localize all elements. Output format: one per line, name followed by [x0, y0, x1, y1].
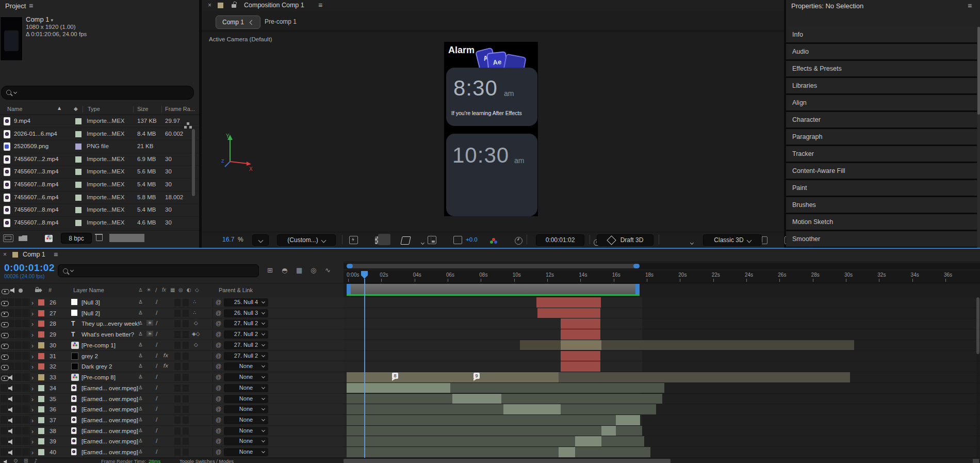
av-cell[interactable] [22, 320, 29, 327]
av-cell[interactable] [15, 405, 22, 413]
layer-audio-toggle[interactable] [8, 386, 14, 393]
layer-label-swatch[interactable] [38, 417, 44, 423]
layer-graph-row[interactable] [344, 351, 980, 362]
switch-cell[interactable] [183, 385, 189, 392]
layer-row[interactable]: ›30[Pre-comp 1]♙∕◇@27. Null 2 [0, 340, 344, 351]
project-file-row[interactable]: 7455607...2.mp4Importe...MEX6.9 MB30 [0, 153, 199, 166]
shy-switch[interactable]: ♙ [138, 385, 143, 390]
parent-pick-whip[interactable]: @ [216, 406, 221, 412]
layer-label-swatch[interactable] [38, 406, 44, 412]
sort-ascending-icon[interactable]: ▲ [58, 106, 61, 110]
project-panel-viewer-icon[interactable] [3, 234, 13, 242]
properties-menu-icon[interactable]: ≡ [968, 2, 972, 10]
layer-audio-toggle[interactable] [8, 418, 14, 425]
parent-pick-whip[interactable]: @ [216, 299, 221, 305]
layer-duration-bar[interactable] [561, 361, 600, 372]
column-type[interactable]: Type [88, 106, 100, 112]
layer-duration-bar[interactable] [347, 404, 656, 414]
layer-duration-bar[interactable] [561, 329, 600, 340]
av-cell[interactable] [15, 395, 22, 403]
layer-label-swatch[interactable] [38, 363, 44, 370]
layer-duration-bar[interactable] [347, 447, 650, 457]
flowchart-icon[interactable]: ⊞ [24, 458, 28, 463]
active-camera-label[interactable]: Active Camera (Default) [209, 36, 272, 42]
shy-switch[interactable]: ♙ [138, 331, 143, 337]
layer-eye-toggle[interactable] [1, 343, 9, 350]
project-file-row[interactable]: 7455607...8.mp4Importe...MEX5.4 MB30 [0, 204, 199, 217]
project-file-row[interactable]: 7455607...3.mp4Importe...MEX5.6 MB30 [0, 166, 199, 179]
fx-switch[interactable]: fx [163, 363, 168, 369]
layer-duration-bar[interactable] [347, 394, 662, 404]
3d-layer-switch[interactable]: ◇ [194, 320, 198, 326]
layer-eye-toggle[interactable] [1, 332, 9, 340]
av-cell[interactable] [22, 309, 29, 317]
layer-expand-arrow[interactable]: › [31, 299, 34, 307]
layer-label-swatch[interactable] [38, 428, 44, 434]
parent-pick-whip[interactable]: @ [216, 342, 221, 348]
project-comp-name[interactable]: Comp 1 ▾ [26, 15, 53, 23]
layer-expand-arrow[interactable]: › [31, 449, 34, 456]
av-cell[interactable] [15, 362, 22, 370]
work-area-end-handle[interactable] [635, 284, 640, 294]
quality-switch[interactable]: ∕ [156, 427, 157, 433]
layer-row[interactable]: ›38[Earned... over.mpeg]♙∕@None [0, 426, 344, 437]
parent-link-dropdown[interactable]: None [224, 416, 268, 424]
work-area-bar[interactable] [347, 284, 640, 294]
new-folder-icon[interactable] [19, 235, 27, 241]
av-cell[interactable] [22, 341, 29, 349]
column-frame-rate[interactable]: Frame Ra... [165, 106, 195, 112]
3d-layer-switch[interactable]: ◈◇ [192, 331, 200, 337]
av-cell[interactable] [22, 437, 29, 445]
zoom-dropdown[interactable] [252, 234, 269, 246]
roi-button-active[interactable] [378, 234, 390, 245]
quality-switch[interactable]: ∕ [156, 331, 157, 337]
quality-switch[interactable]: ∕ [156, 385, 157, 390]
parent-pick-whip[interactable]: @ [216, 310, 221, 316]
layer-expand-arrow[interactable]: › [31, 406, 34, 413]
project-file-row[interactable]: 7455607...6.mp4Importe...MEX5.8 MB18.002 [0, 191, 199, 204]
parent-link-dropdown[interactable]: 27. Null 2 [224, 352, 268, 360]
switch-cell[interactable] [174, 385, 181, 392]
av-cell[interactable] [15, 384, 22, 392]
work-area-start-handle[interactable] [347, 284, 351, 294]
timeline-timecode[interactable]: 0:00:01:02 [4, 262, 55, 274]
layer-label-swatch[interactable] [38, 310, 44, 316]
quality-switch[interactable]: ∕ [156, 310, 157, 315]
timeline-nav-scrollbar[interactable] [344, 263, 980, 269]
switch-cell[interactable] [174, 299, 181, 306]
file-label-swatch[interactable] [75, 131, 81, 137]
draft-3d-button[interactable]: Draft 3D [597, 234, 654, 246]
parent-pick-whip[interactable]: @ [216, 353, 221, 359]
parent-pick-whip[interactable]: @ [216, 320, 221, 326]
layer-duration-bar[interactable] [559, 372, 850, 382]
layer-duration-bar[interactable] [561, 340, 601, 350]
layer-duration-bar[interactable] [452, 394, 501, 404]
parent-link-dropdown[interactable]: None [224, 448, 268, 456]
toggle-switches-button[interactable]: Toggle Switches / Modes [179, 458, 234, 463]
graph-editor-icon[interactable]: ∿ [325, 266, 331, 274]
properties-item-motion-sketch[interactable]: Motion Sketch [786, 214, 977, 230]
properties-item-info[interactable]: Info [786, 27, 977, 42]
file-label-swatch[interactable] [75, 220, 81, 226]
av-cell[interactable] [15, 448, 22, 456]
switch-cell[interactable] [183, 331, 189, 338]
column-size[interactable]: Size [137, 106, 148, 112]
layer-graph-row[interactable] [344, 383, 980, 394]
layer-label-swatch[interactable] [38, 342, 44, 348]
switch-cell[interactable] [174, 374, 181, 381]
switch-cell[interactable] [174, 320, 181, 327]
layer-row[interactable]: ›29TWhat's even better?♙☀∕◈◇@27. Null 2 [0, 329, 344, 340]
av-cell[interactable] [15, 416, 22, 424]
switch-cell[interactable] [174, 449, 181, 456]
parent-pick-whip[interactable]: @ [216, 438, 221, 444]
layer-row[interactable]: ›34[Earned... over.mpeg]♙∕@None [0, 383, 344, 394]
layer-duration-bar[interactable] [561, 318, 600, 329]
switch-cell[interactable] [183, 374, 189, 381]
project-search-input[interactable] [1, 86, 194, 100]
layer-eye-toggle[interactable] [1, 354, 9, 361]
layer-graph-row[interactable] [344, 297, 980, 308]
timeline-search-input[interactable] [58, 264, 259, 277]
layer-label-swatch[interactable] [38, 385, 44, 391]
layer-duration-bar[interactable] [520, 340, 561, 350]
switch-cell[interactable] [174, 331, 181, 338]
